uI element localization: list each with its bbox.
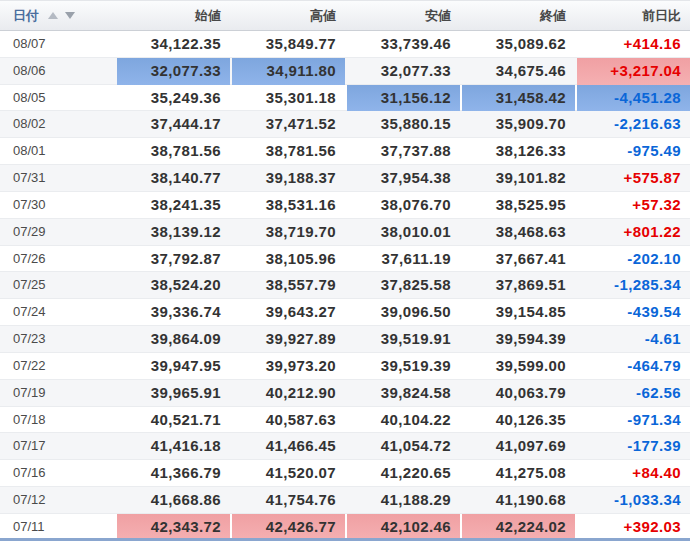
cell-high: 38,531.16 <box>230 192 345 219</box>
cell-change: -177.39 <box>575 433 690 460</box>
cell-date: 07/25 <box>0 272 115 299</box>
cell-high: 41,754.76 <box>230 487 345 514</box>
cell-close: 37,869.51 <box>460 272 575 299</box>
col-header-high: 高値 <box>230 0 345 31</box>
cell-close: 40,126.35 <box>460 407 575 434</box>
cell-low: 42,102.46 <box>345 514 460 541</box>
cell-change: -971.34 <box>575 407 690 434</box>
cell-close: 39,594.39 <box>460 326 575 353</box>
cell-low: 39,096.50 <box>345 299 460 326</box>
table-row: 07/2339,864.0939,927.8939,519.9139,594.3… <box>0 326 690 353</box>
cell-change: +57.32 <box>575 192 690 219</box>
table-row: 07/3038,241.3538,531.1638,076.7038,525.9… <box>0 192 690 219</box>
cell-close: 38,468.63 <box>460 219 575 246</box>
cell-change: +575.87 <box>575 165 690 192</box>
cell-date: 07/18 <box>0 407 115 434</box>
cell-open: 41,668.86 <box>115 487 230 514</box>
col-header-open: 始値 <box>115 0 230 31</box>
cell-open: 39,965.91 <box>115 380 230 407</box>
table-row: 08/0535,249.3635,301.1831,156.1231,458.4… <box>0 85 690 112</box>
cell-date: 08/02 <box>0 111 115 138</box>
cell-high: 42,426.77 <box>230 514 345 541</box>
cell-change: -1,033.34 <box>575 487 690 514</box>
table-row: 07/1939,965.9140,212.9039,824.5840,063.7… <box>0 380 690 407</box>
cell-change: +84.40 <box>575 460 690 487</box>
cell-date: 07/17 <box>0 433 115 460</box>
cell-change: -4,451.28 <box>575 85 690 112</box>
cell-open: 32,077.33 <box>115 58 230 85</box>
cell-open: 39,864.09 <box>115 326 230 353</box>
cell-high: 39,643.27 <box>230 299 345 326</box>
cell-close: 38,525.95 <box>460 192 575 219</box>
cell-low: 37,737.88 <box>345 138 460 165</box>
cell-high: 37,471.52 <box>230 111 345 138</box>
cell-close: 39,101.82 <box>460 165 575 192</box>
table-row: 07/2239,947.9539,973.2039,519.3939,599.0… <box>0 353 690 380</box>
cell-open: 38,241.35 <box>115 192 230 219</box>
cell-high: 39,188.37 <box>230 165 345 192</box>
cell-change: -439.54 <box>575 299 690 326</box>
cell-high: 40,212.90 <box>230 380 345 407</box>
cell-open: 39,947.95 <box>115 353 230 380</box>
table-row: 07/2637,792.8738,105.9637,611.1937,667.4… <box>0 246 690 273</box>
cell-date: 07/19 <box>0 380 115 407</box>
table-header: 日付 始値 高値 安値 終値 前日比 <box>0 0 690 31</box>
col-header-change: 前日比 <box>575 0 690 31</box>
table-row: 08/0138,781.5638,781.5637,737.8838,126.3… <box>0 138 690 165</box>
cell-low: 37,611.19 <box>345 246 460 273</box>
cell-open: 41,366.79 <box>115 460 230 487</box>
col-header-date-label: 日付 <box>13 8 39 23</box>
cell-high: 38,557.79 <box>230 272 345 299</box>
table-row: 07/1142,343.7242,426.7742,102.4642,224.0… <box>0 514 690 541</box>
cell-high: 38,719.70 <box>230 219 345 246</box>
cell-open: 39,336.74 <box>115 299 230 326</box>
cell-open: 38,524.20 <box>115 272 230 299</box>
cell-date: 08/05 <box>0 85 115 112</box>
cell-low: 32,077.33 <box>345 58 460 85</box>
cell-open: 35,249.36 <box>115 85 230 112</box>
sort-descending-icon[interactable] <box>65 12 75 19</box>
cell-close: 39,154.85 <box>460 299 575 326</box>
cell-open: 40,521.71 <box>115 407 230 434</box>
cell-high: 35,301.18 <box>230 85 345 112</box>
cell-open: 34,122.35 <box>115 31 230 58</box>
cell-date: 07/30 <box>0 192 115 219</box>
cell-change: -1,285.34 <box>575 272 690 299</box>
cell-low: 33,739.46 <box>345 31 460 58</box>
price-history-table: 日付 始値 高値 安値 終値 前日比 08/0734,122.3535,849.… <box>0 0 690 541</box>
cell-close: 38,126.33 <box>460 138 575 165</box>
cell-close: 41,097.69 <box>460 433 575 460</box>
cell-date: 07/11 <box>0 514 115 541</box>
cell-change: -464.79 <box>575 353 690 380</box>
cell-low: 38,010.01 <box>345 219 460 246</box>
col-header-date[interactable]: 日付 <box>0 0 115 31</box>
sort-ascending-icon[interactable] <box>48 12 58 19</box>
cell-close: 41,275.08 <box>460 460 575 487</box>
cell-close: 37,667.41 <box>460 246 575 273</box>
cell-high: 38,781.56 <box>230 138 345 165</box>
cell-date: 07/26 <box>0 246 115 273</box>
table-row: 07/1241,668.8641,754.7641,188.2941,190.6… <box>0 487 690 514</box>
cell-change: +801.22 <box>575 219 690 246</box>
table-row: 07/1641,366.7941,520.0741,220.6541,275.0… <box>0 460 690 487</box>
cell-change: +392.03 <box>575 514 690 541</box>
cell-close: 42,224.02 <box>460 514 575 541</box>
cell-low: 41,220.65 <box>345 460 460 487</box>
cell-change: -975.49 <box>575 138 690 165</box>
cell-low: 40,104.22 <box>345 407 460 434</box>
cell-change: +3,217.04 <box>575 58 690 85</box>
cell-change: -202.10 <box>575 246 690 273</box>
cell-high: 40,587.63 <box>230 407 345 434</box>
cell-low: 37,954.38 <box>345 165 460 192</box>
header-row: 日付 始値 高値 安値 終値 前日比 <box>0 0 690 31</box>
cell-date: 08/06 <box>0 58 115 85</box>
cell-change: -2,216.63 <box>575 111 690 138</box>
cell-date: 07/24 <box>0 299 115 326</box>
col-header-low: 安値 <box>345 0 460 31</box>
cell-low: 39,519.91 <box>345 326 460 353</box>
table-body: 08/0734,122.3535,849.7733,739.4635,089.6… <box>0 31 690 541</box>
cell-high: 39,973.20 <box>230 353 345 380</box>
table-row: 07/2439,336.7439,643.2739,096.5039,154.8… <box>0 299 690 326</box>
table-row: 08/0632,077.3334,911.8032,077.3334,675.4… <box>0 58 690 85</box>
cell-date: 07/29 <box>0 219 115 246</box>
